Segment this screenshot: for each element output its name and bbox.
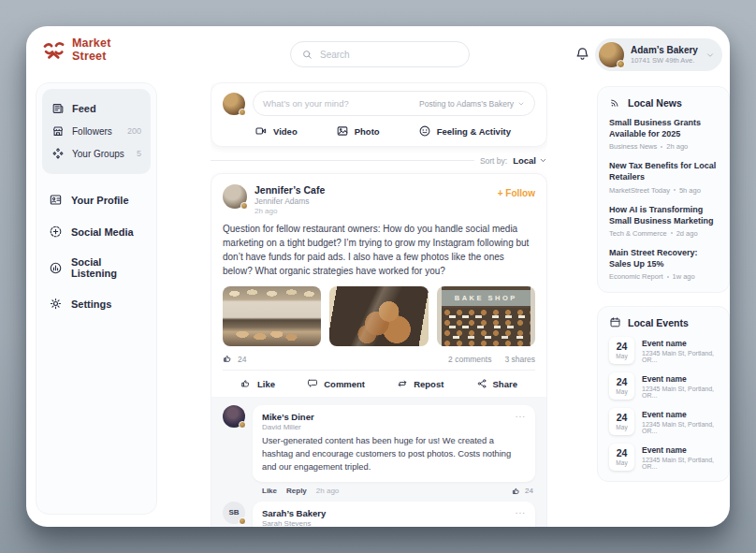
comments-section: Mike’s Diner David Miller ... User-gener… (211, 397, 546, 527)
bake-shop-sign: BAKE SHOP (442, 290, 531, 306)
posting-to-dropdown[interactable]: Posting to Adams’s Bakery (419, 99, 525, 109)
event-date-chip: 24May (609, 408, 634, 435)
feed-column: What’s on your mind? Posting to Adams’s … (211, 82, 547, 527)
sort-dropdown[interactable]: Local (513, 155, 547, 166)
comment-reply-button[interactable]: Reply (286, 487, 307, 495)
video-camera-icon (254, 124, 268, 138)
event-date-chip: 24May (609, 337, 634, 364)
account-switcher[interactable]: Adam’s Bakery 10741 SW 49th Ave. (595, 38, 722, 71)
comment-business-name: Sarah’s Bakery (262, 508, 326, 518)
event-row[interactable]: 24May Event name 12345 Main St, Portland… (609, 444, 718, 471)
like-count: 24 (223, 354, 246, 364)
composer-input[interactable]: What’s on your mind? Posting to Adams’s … (253, 91, 535, 116)
comment-mikes-diner: Mike’s Diner David Miller ... User-gener… (223, 405, 535, 498)
sidebar-item-label: Followers (72, 126, 120, 137)
post-business-name: Jennifer’s Cafe (254, 184, 490, 196)
event-row[interactable]: 24May Event name 12345 Main St, Portland… (609, 372, 718, 400)
event-row[interactable]: 24May Event name 12345 Main St, Portland… (609, 408, 718, 435)
repost-arrows-icon (397, 378, 408, 389)
comment-like-count: 24 (512, 487, 533, 496)
follow-button[interactable]: + Follow (498, 184, 535, 198)
sidebar-item-feed[interactable]: Feed (51, 97, 141, 120)
analytics-gauge-icon (49, 261, 63, 275)
photo-button[interactable]: Photo (336, 124, 380, 138)
post-photo-bake-shop-storefront[interactable]: BAKE SHOP (437, 286, 535, 346)
comments-count[interactable]: 2 comments (448, 355, 491, 364)
composer-placeholder: What’s on your mind? (263, 98, 414, 109)
account-address: 10741 SW 49th Ave. (631, 56, 699, 65)
sidebar-item-label: Your Groups (72, 149, 129, 159)
comment-author: David Miller (262, 423, 314, 431)
post-body-text: Question for fellow restaurant owners: H… (223, 222, 535, 278)
account-name: Adam’s Bakery (631, 45, 699, 57)
app-window: Market Street Adam’s Bakery 10741 SW 49t… (26, 26, 730, 527)
chevron-down-icon (705, 51, 715, 60)
comment-author: Sarah Stevens (262, 519, 326, 527)
comment-like-button[interactable]: Like (262, 487, 277, 495)
notifications-button[interactable] (574, 46, 590, 62)
event-date-chip: 24May (609, 444, 634, 471)
sidebar-nav: Your Profile Social Media Social Listeni… (36, 180, 156, 324)
avatar (223, 184, 247, 209)
news-item[interactable]: Main Street Recovery: Sales Up 15% Econo… (609, 247, 718, 281)
post-time: 2h ago (254, 207, 490, 215)
video-button[interactable]: Video (254, 124, 298, 138)
brand-logo[interactable]: Market Street (41, 37, 111, 63)
sidebar-item-label: Your Profile (71, 195, 129, 206)
event-row[interactable]: 24May Event name 12345 Main St, Portland… (609, 337, 718, 364)
post-photo-bread-display[interactable] (329, 286, 428, 346)
sidebar-item-your-groups[interactable]: Your Groups 5 (51, 142, 141, 165)
news-item[interactable]: New Tax Benefits for Local Retailers Mar… (609, 160, 718, 194)
news-item[interactable]: Small Business Grants Available for 2025… (609, 117, 718, 151)
groups-icon (51, 147, 65, 160)
sidebar-item-label: Social Listening (71, 256, 144, 279)
shelf-art (442, 308, 531, 346)
left-sidebar: Feed Followers 200 Your Groups 5 (36, 82, 157, 515)
sidebar-item-your-profile[interactable]: Your Profile (49, 193, 144, 207)
sidebar-item-settings[interactable]: Settings (49, 297, 144, 311)
profile-card-icon (49, 193, 63, 207)
search-bar (290, 41, 470, 67)
news-item[interactable]: How AI is Transforming Small Business Ma… (609, 204, 718, 238)
thumbs-up-icon (240, 378, 252, 389)
post-photos: BAKE SHOP (223, 286, 535, 346)
smiley-icon (418, 124, 431, 138)
sort-label: Sort by: (480, 156, 507, 166)
market-street-logo-icon (41, 37, 66, 63)
sidebar-item-label: Settings (71, 298, 111, 310)
photo-icon (336, 124, 349, 138)
avatar: SB (223, 502, 245, 524)
post-stats-row: 24 2 comments 3 shares (223, 354, 535, 364)
search-input[interactable] (320, 50, 458, 60)
storefront-icon (51, 124, 65, 138)
repost-button[interactable]: Repost (397, 378, 443, 389)
feed-icon (51, 102, 65, 115)
search-icon (301, 49, 313, 61)
right-sidebar: Local News Small Business Grants Availab… (597, 86, 730, 482)
sort-row: Sort by: Local (211, 155, 547, 166)
sidebar-item-label: Feed (72, 103, 141, 114)
top-bar: Market Street Adam’s Bakery 10741 SW 49t… (26, 26, 730, 82)
comment-menu-button[interactable]: ... (516, 412, 526, 417)
feeling-activity-button[interactable]: Feeling & Activity (418, 124, 511, 138)
comment-button[interactable]: Comment (307, 378, 365, 389)
avatar (223, 405, 245, 428)
share-button[interactable]: Share (476, 378, 517, 389)
comment-sarahs-bakery: SB Sarah’s Bakery Sarah Stevens ... (223, 502, 535, 527)
comment-business-name: Mike’s Diner (262, 412, 314, 422)
shares-count: 3 shares (504, 355, 535, 364)
comment-menu-button[interactable]: ... (516, 508, 526, 514)
post-composer: What’s on your mind? Posting to Adams’s … (211, 82, 547, 147)
local-events-panel: Local Events 24May Event name 12345 Main… (597, 306, 730, 482)
like-button[interactable]: Like (240, 378, 275, 389)
sidebar-item-social-media[interactable]: Social Media (49, 225, 144, 239)
sidebar-item-social-listening[interactable]: Social Listening (49, 256, 144, 279)
sidebar-item-label: Social Media (71, 226, 134, 238)
gear-icon (49, 297, 63, 311)
followers-count: 200 (127, 126, 141, 136)
post-photo-bakery-kitchen[interactable] (223, 286, 321, 346)
avatar (599, 42, 624, 67)
sidebar-item-followers[interactable]: Followers 200 (51, 120, 141, 142)
comment-text: User-generated content has been huge for… (262, 435, 526, 474)
avatar (223, 93, 245, 115)
